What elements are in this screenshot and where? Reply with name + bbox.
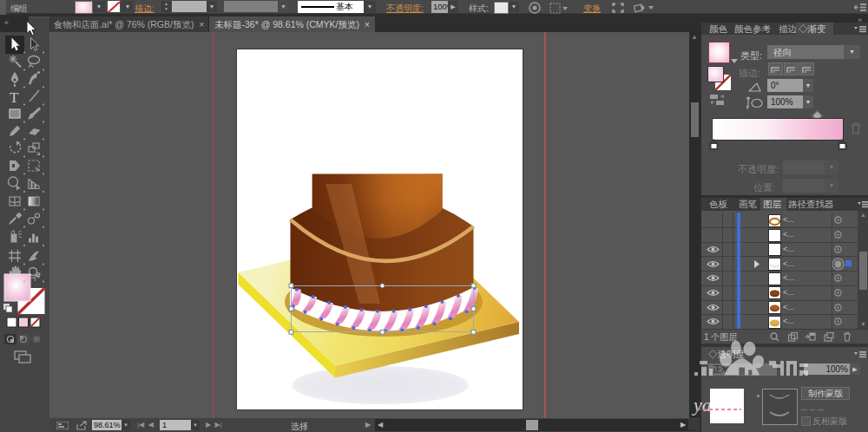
svg-text:yan.b: yan.b — [692, 394, 735, 416]
svg-text:T: T — [10, 89, 19, 106]
